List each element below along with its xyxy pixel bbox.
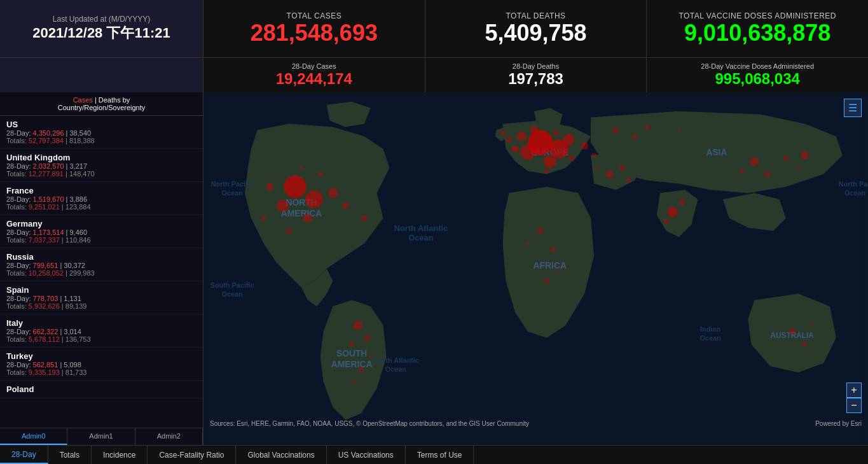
svg-text:Indian: Indian (700, 325, 720, 333)
svg-point-66 (354, 321, 362, 330)
svg-text:Ocean: Ocean (699, 334, 720, 342)
svg-text:Ocean: Ocean (222, 189, 243, 197)
map-list-button[interactable]: ☰ (844, 99, 862, 117)
country-28day: 28-Day: 799,651 | 30,372 (6, 262, 196, 269)
svg-point-41 (581, 142, 588, 150)
list-item[interactable]: United Kingdom28-Day: 2,032,570 | 3,217T… (0, 149, 203, 182)
svg-text:Ocean: Ocean (408, 233, 433, 243)
country-totals: Totals: 9,335,193 | 81,733 (6, 369, 196, 376)
list-item[interactable]: Russia28-Day: 799,651 | 30,372Totals: 10… (0, 248, 203, 281)
svg-point-48 (595, 166, 599, 170)
svg-point-64 (558, 267, 561, 271)
country-list[interactable]: US28-Day: 4,350,296 | 38,540Totals: 52,7… (0, 116, 203, 428)
bottom-tab-us-vaccinations[interactable]: US Vaccinations (327, 446, 406, 464)
header-spacer (0, 58, 203, 92)
bottom-tab-terms-of-use[interactable]: Terms of Use (406, 446, 474, 464)
sidebar-tab-admin0[interactable]: Admin0 (0, 428, 67, 445)
list-item[interactable]: Germany28-Day: 1,173,514 | 9,460Totals: … (0, 215, 203, 248)
total-deaths-label: Total Deaths (506, 11, 565, 20)
country-28day: 28-Day: 662,322 | 3,014 (6, 328, 196, 335)
svg-point-44 (506, 136, 513, 143)
svg-point-77 (677, 128, 681, 132)
svg-point-32 (300, 166, 303, 170)
bottom-tab-28-day[interactable]: 28-Day (0, 446, 48, 464)
svg-point-46 (500, 130, 506, 136)
zoom-out-button[interactable]: − (846, 398, 862, 413)
svg-text:South Atlantic: South Atlantic (373, 356, 419, 364)
list-item[interactable]: US28-Day: 4,350,296 | 38,540Totals: 52,7… (0, 116, 203, 149)
svg-point-27 (342, 202, 348, 209)
svg-point-74 (809, 323, 813, 327)
bottom-tab-global-vaccinations[interactable]: Global Vaccinations (236, 446, 326, 464)
country-name: Spain (6, 285, 196, 295)
list-item[interactable]: Turkey28-Day: 562,851 | 5,098Totals: 9,3… (0, 348, 203, 381)
country-name: Poland (6, 384, 196, 394)
svg-text:Ocean: Ocean (222, 290, 243, 298)
country-name: US (6, 120, 196, 129)
sidebar-deaths-label: | Deaths (95, 96, 121, 104)
svg-point-69 (369, 355, 373, 359)
bottom-tab-case-fatality-ratio[interactable]: Case-Fatality Ratio (148, 446, 236, 464)
list-item[interactable]: Italy28-Day: 662,322 | 3,014Totals: 5,67… (0, 314, 203, 348)
list-item[interactable]: Poland (0, 381, 203, 398)
country-28day: 28-Day: 4,350,296 | 38,540 (6, 129, 196, 137)
zoom-in-button[interactable]: + (846, 383, 862, 398)
sidebar-tab-admin2[interactable]: Admin2 (135, 428, 203, 445)
sidebar-header: Cases | Deaths byCountry/Region/Sovereig… (0, 92, 203, 116)
svg-point-49 (606, 171, 614, 178)
total-cases-box: Total Cases 281,548,693 (203, 0, 425, 57)
svg-point-73 (802, 342, 807, 347)
country-28day: 28-Day: 2,032,570 | 3,217 (6, 162, 196, 170)
total-vaccines-value: 9,010,638,878 (684, 20, 830, 46)
svg-point-61 (537, 228, 544, 234)
svg-point-43 (553, 130, 560, 136)
svg-point-78 (632, 134, 637, 139)
country-28day: 28-Day: 778,703 | 1,131 (6, 295, 196, 302)
svg-text:Ocean: Ocean (385, 365, 406, 373)
top-header: Last Updated at (M/D/YYYY) 2021/12/28 下午… (0, 0, 868, 57)
country-totals: Totals: 10,258,052 | 299,983 (6, 269, 196, 277)
svg-point-29 (286, 228, 292, 234)
svg-point-60 (801, 151, 808, 159)
svg-point-28 (361, 215, 368, 221)
svg-point-71 (353, 380, 357, 384)
28day-deaths-label: 28-Day Deaths (513, 62, 559, 70)
list-item[interactable]: Spain28-Day: 778,703 | 1,131Totals: 5,93… (0, 281, 203, 314)
sidebar-tab-admin1[interactable]: Admin1 (67, 428, 135, 445)
svg-point-54 (664, 219, 669, 224)
list-item[interactable]: France28-Day: 1,519,670 | 3,886Totals: 9… (0, 182, 203, 215)
svg-point-35 (520, 144, 535, 160)
svg-text:North Pacific: North Pacific (211, 180, 254, 188)
total-deaths-value: 5,409,758 (485, 20, 586, 46)
country-totals: Totals: 5,678,112 | 136,753 (6, 335, 196, 343)
bottom-tab-incidence[interactable]: Incidence (92, 446, 148, 464)
svg-point-59 (797, 166, 801, 170)
second-header: 28-Day Cases 19,244,174 28-Day Deaths 19… (0, 57, 868, 92)
country-totals: Totals: 9,251,021 | 123,884 (6, 203, 196, 211)
svg-point-21 (284, 176, 307, 199)
svg-point-51 (626, 178, 631, 183)
svg-point-53 (679, 199, 685, 206)
last-updated-value: 2021/12/28 下午11:21 (32, 24, 170, 43)
svg-text:AFRICA: AFRICA (534, 260, 567, 271)
country-28day: 28-Day: 562,851 | 5,098 (6, 361, 196, 369)
zoom-controls: + − (846, 383, 862, 413)
last-updated-box: Last Updated at (M/D/YYYY) 2021/12/28 下午… (0, 0, 203, 57)
country-totals: Totals: 12,277,891 | 148,470 (6, 170, 196, 178)
28day-vaccines-value: 995,068,034 (715, 70, 799, 88)
country-totals: Totals: 52,797,384 | 818,388 (6, 137, 196, 144)
svg-point-67 (364, 335, 371, 341)
country-28day: 28-Day: 1,173,514 | 9,460 (6, 228, 196, 236)
svg-point-23 (276, 199, 289, 212)
svg-point-76 (645, 124, 650, 129)
bottom-tab-totals[interactable]: Totals (48, 446, 92, 464)
country-name: Russia (6, 252, 196, 262)
total-vaccines-label: Total Vaccine Doses Administered (679, 11, 836, 20)
country-name: France (6, 186, 196, 195)
svg-point-50 (619, 165, 626, 171)
svg-point-47 (544, 169, 549, 174)
svg-point-75 (613, 127, 619, 133)
svg-text:SOUTH: SOUTH (336, 349, 367, 359)
map-area[interactable]: North Atlantic Ocean South Pacific Ocean… (203, 92, 868, 445)
28day-deaths-box: 28-Day Deaths 197,783 (425, 58, 647, 92)
